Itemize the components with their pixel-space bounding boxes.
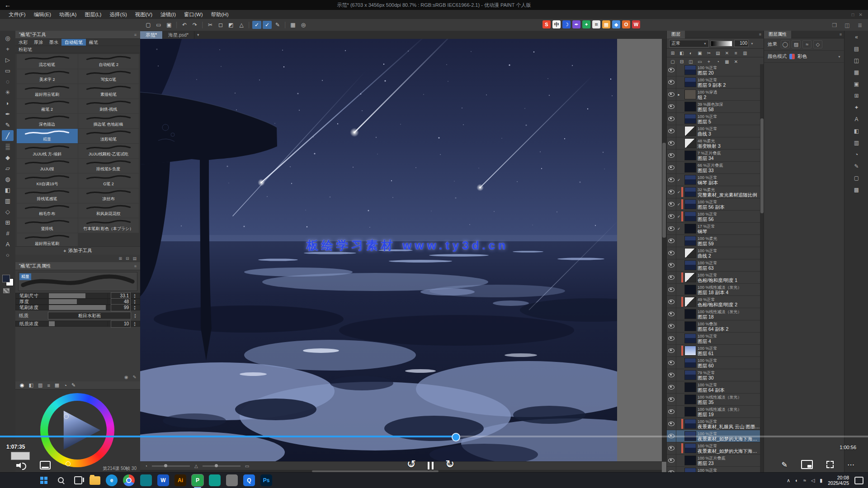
layer-name[interactable]: 曲线 2 [698, 253, 760, 258]
rotate-icon[interactable]: △ [194, 464, 198, 469]
layer-thumbnail[interactable] [684, 260, 696, 270]
layer-thumbnail[interactable] [684, 272, 696, 282]
tray-icon[interactable]: ▮ [820, 478, 822, 483]
layer-name[interactable]: 夜景素材_如梦的大海下海浪视频 [698, 449, 760, 454]
panel-shortcut-icon[interactable]: ▣ [851, 80, 862, 89]
subtool-tab[interactable]: 水彩 [15, 39, 31, 46]
layer-name[interactable]: 色相/饱和度/明度 2 [698, 302, 760, 307]
ime-icon[interactable]: O [622, 20, 630, 28]
panel-menu-icon[interactable]: ≡ [134, 33, 137, 37]
color-panel-tab[interactable]: ◔ [64, 383, 67, 388]
layer-thumbnail[interactable] [684, 346, 696, 356]
player-progress-knob[interactable] [452, 433, 460, 441]
fullscreen-icon[interactable] [826, 461, 834, 468]
menu-item[interactable]: 视图(V) [131, 11, 156, 18]
layer-row[interactable]: 100 %线性减淡（发光） 图层 35 [667, 394, 760, 406]
panel-shortcut-icon[interactable]: ◫ [851, 56, 862, 65]
ime-icon[interactable]: ✦ [582, 20, 590, 28]
color-panel-tab[interactable]: ≡ [47, 383, 50, 388]
tool-icon[interactable]: ▭ [2, 65, 14, 76]
property-slider[interactable] [48, 299, 108, 305]
layer-row[interactable]: 100 %线性减淡（发光） 图层 19 [667, 406, 760, 418]
layer-row[interactable]: 100 %正常 曲线 2 [667, 247, 760, 259]
layer-row[interactable]: 100 %正片叠底 图层 23 [667, 455, 760, 467]
layer-thumbnail[interactable] [684, 358, 696, 368]
layer-thumbnail[interactable] [684, 382, 696, 392]
toolbar-icon[interactable]: ◎ [299, 21, 308, 29]
spinner-icon[interactable]: ▲▼ [133, 299, 136, 305]
taskbar-app-icon[interactable] [226, 474, 238, 486]
ime-icon[interactable]: ⌗ [592, 20, 600, 28]
duplicate-subtool-icon[interactable]: ⊟ [126, 256, 129, 261]
property-slider[interactable] [48, 321, 108, 327]
layer-visibility-eye-icon[interactable] [667, 272, 676, 283]
layer-visibility-eye-icon[interactable] [667, 296, 676, 308]
layer-name[interactable]: 图层 30 [698, 375, 760, 380]
delete-subtool-icon[interactable]: ▤ [132, 256, 137, 261]
layer-name[interactable]: 色相/饱和度/明度 1 [698, 278, 760, 283]
panel-shortcut-icon[interactable]: ▩ [851, 185, 862, 194]
layer-toolbar-icon[interactable]: ✂ [705, 50, 713, 56]
layer-name[interactable]: 图层 4 [698, 339, 760, 344]
layer-visibility-eye-icon[interactable] [667, 247, 676, 259]
layer-visibility-eye-icon[interactable] [667, 198, 676, 210]
layer-row[interactable]: 100 %正常 夜景素材_礼服风 云山 图墨 中 [667, 418, 760, 430]
layer-visibility-eye-icon[interactable] [667, 162, 676, 174]
color-panel-tab[interactable]: ✎ [71, 382, 75, 388]
toolbar-icon[interactable]: ✓ [263, 21, 272, 29]
panel-menu-icon[interactable]: ≡ [759, 32, 761, 37]
taskbar-app-icon[interactable] [209, 474, 221, 486]
brush-item[interactable]: 超好用云笔刷 [17, 84, 78, 99]
forward-30-button[interactable]: ↻ 30 [443, 458, 456, 471]
layer-row[interactable]: 100 %叠加 图层 64 副本 2 [667, 320, 760, 333]
blend-mode-dropdown[interactable]: 正常▼ [669, 40, 709, 47]
more-options-icon[interactable]: ⋯ [847, 460, 854, 469]
layer-name[interactable]: 夜景素材_礼服风 云山 图墨 中 [698, 424, 760, 429]
layer-visibility-eye-icon[interactable] [667, 442, 676, 454]
tool-icon[interactable]: ✒ [2, 108, 14, 119]
layer-thumbnail[interactable] [684, 187, 696, 197]
brush-item[interactable]: 深色描边 [17, 114, 78, 128]
property-value[interactable]: 10 [111, 320, 131, 328]
layer-thumbnail[interactable] [684, 138, 696, 148]
layer-visibility-eye-icon[interactable] [667, 223, 676, 235]
new-subtool-icon[interactable]: ⊞ [118, 256, 122, 261]
layer-row[interactable]: 79 %正常 图层 30 [667, 369, 760, 381]
layer-thumbnail[interactable] [684, 150, 696, 160]
brush-item[interactable]: 素描铅笔 [78, 84, 139, 99]
layer-opacity-value[interactable]: 100 [734, 40, 749, 47]
layer-name[interactable]: 曲线 3 [698, 131, 760, 136]
brush-item[interactable]: 流芯铅笔 [17, 54, 78, 69]
document-tab[interactable]: 海星.psd* [163, 31, 194, 39]
menu-item[interactable]: 图层(L) [80, 11, 105, 18]
color-panel-tab[interactable]: ▦ [55, 382, 59, 388]
layer-check-icon[interactable]: ✓ [676, 215, 681, 219]
foreground-color-swatch[interactable] [2, 275, 10, 282]
layer-row[interactable]: 100 %正常 曲线 3 [667, 125, 760, 137]
toolbar-icon[interactable]: ↷ [190, 21, 199, 29]
brush-item[interactable]: 蘸笔 2 [17, 99, 78, 113]
layer-check-icon[interactable]: ✓ [676, 178, 681, 182]
subtool-tab[interactable]: 自动铅笔 [61, 39, 86, 46]
layer-thumbnail[interactable] [684, 65, 696, 75]
tool-icon[interactable]: ◧ [2, 184, 14, 195]
tool-icon[interactable]: ✎ [2, 119, 14, 130]
property-value[interactable]: 99 [111, 304, 131, 311]
brush-item[interactable]: 写实G笔 [78, 69, 139, 84]
layer-visibility-eye-icon[interactable] [667, 418, 676, 430]
tool-icon[interactable]: ◍ [2, 174, 14, 184]
toolbar-icon[interactable]: │ [201, 21, 204, 29]
layer-visibility-eye-icon[interactable] [667, 345, 676, 357]
taskbar-app-icon[interactable]: P [192, 474, 203, 486]
layer-visibility-eye-icon[interactable] [667, 211, 676, 222]
menu-item[interactable]: 文件(F) [5, 11, 30, 18]
layer-name[interactable]: 图层 58 [698, 107, 760, 112]
brush-item[interactable]: 超好用云笔刷 [17, 233, 78, 246]
panel-shortcut-icon[interactable]: ▢ [851, 174, 862, 183]
brush-item[interactable]: 棉毛巾布 [17, 203, 78, 218]
taskbar-app-icon[interactable]: W [157, 474, 169, 486]
panel-shortcut-icon[interactable]: ✎ [851, 162, 862, 171]
layer-name[interactable]: 图层 60 [698, 363, 760, 368]
panel-menu-icon[interactable]: ≡ [134, 264, 137, 268]
layer-row[interactable]: 66 %正片叠底 图层 33 [667, 162, 760, 174]
